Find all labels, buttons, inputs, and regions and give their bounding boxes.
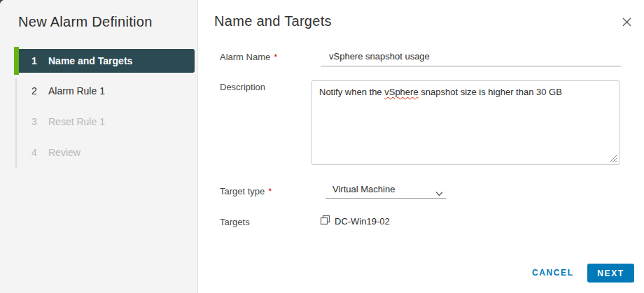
wizard-step-alarm-rule-1[interactable]: 2 Alarm Rule 1 [19, 79, 195, 103]
step-number: 4 [31, 147, 38, 158]
target-type-select[interactable]: Virtual Machine [326, 183, 446, 199]
step-number: 1 [31, 55, 38, 66]
target-type-label: Target type* [220, 186, 272, 196]
wizard-title: New Alarm Definition [18, 14, 153, 30]
wizard-step-name-and-targets[interactable]: 1 Name and Targets [19, 49, 195, 73]
step-label: Alarm Rule 1 [48, 85, 105, 97]
description-textarea[interactable]: Notify when the vSphere snapshot size is… [312, 80, 620, 165]
alarm-name-label: Alarm Name* [220, 52, 277, 62]
description-text: Notify when the [319, 87, 384, 97]
step-label: Reset Rule 1 [48, 116, 105, 127]
step-number: 3 [31, 116, 38, 127]
description-text: snapshot size is higher than 30 GB [419, 87, 562, 97]
required-marker: * [268, 186, 272, 196]
step-connector-line [15, 78, 17, 168]
required-marker: * [274, 52, 277, 62]
wizard-sidebar: New Alarm Definition 1 Name and Targets … [0, 0, 198, 293]
close-button[interactable] [619, 15, 634, 31]
description-label: Description [220, 82, 265, 92]
target-type-label-text: Target type [220, 186, 265, 196]
resize-handle-icon[interactable] [607, 152, 617, 166]
chevron-down-icon [435, 187, 443, 199]
description-text-misspelled: vSphere [384, 87, 418, 97]
new-alarm-definition-dialog: New Alarm Definition 1 Name and Targets … [0, 0, 644, 293]
step-label: Review [48, 147, 80, 158]
cancel-button[interactable]: CANCEL [532, 268, 574, 278]
targets-row: DC-Win19-02 [320, 215, 390, 227]
close-icon [622, 17, 631, 29]
page-title: Name and Targets [214, 13, 332, 29]
target-type-selected-value: Virtual Machine [332, 184, 395, 194]
next-button[interactable]: NEXT [587, 264, 634, 283]
step-number: 2 [31, 85, 38, 97]
wizard-step-review: 4 Review [19, 141, 195, 164]
step-label: Name and Targets [48, 55, 132, 66]
alarm-name-label-text: Alarm Name [220, 52, 270, 62]
targets-label: Targets [220, 217, 250, 227]
vm-icon [320, 215, 330, 228]
targets-value: DC-Win19-02 [335, 216, 390, 227]
active-step-indicator [14, 47, 19, 75]
alarm-name-input[interactable] [321, 50, 621, 66]
wizard-step-reset-rule-1: 3 Reset Rule 1 [19, 110, 195, 134]
